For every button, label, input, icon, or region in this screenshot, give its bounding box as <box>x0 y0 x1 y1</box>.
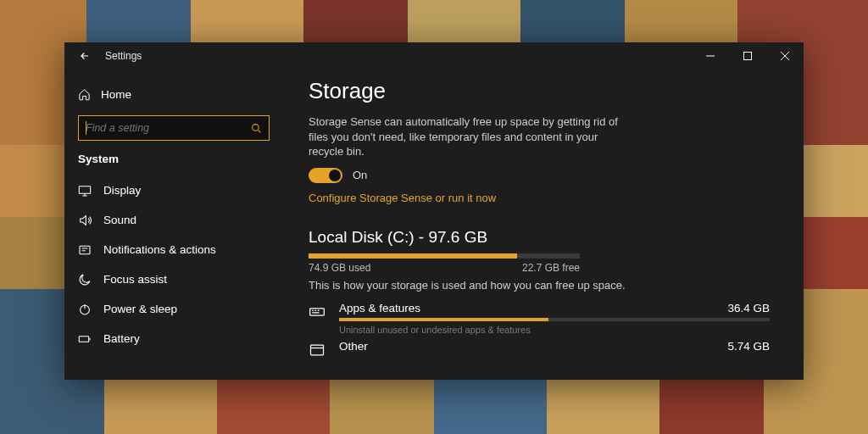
svg-rect-2 <box>79 186 90 193</box>
category-apps-features[interactable]: Apps & features 36.4 GB Uninstall unused… <box>309 302 770 335</box>
storage-sense-toggle[interactable] <box>309 168 342 183</box>
sidebar-item-power-sleep[interactable]: Power & sleep <box>78 294 270 324</box>
other-icon <box>309 340 327 359</box>
text-caret <box>86 121 86 135</box>
focus-assist-icon <box>78 273 92 287</box>
sidebar-item-label: Sound <box>103 214 136 226</box>
category-bar <box>339 318 770 321</box>
storage-sense-description: Storage Sense can automatically free up … <box>309 114 631 159</box>
svg-rect-5 <box>79 336 88 342</box>
desktop-wallpaper: Settings Home <box>0 0 868 434</box>
content-pane: Storage Storage Sense can automatically … <box>283 70 804 380</box>
search-input[interactable] <box>78 115 270 141</box>
sidebar-item-label: Display <box>103 184 141 197</box>
settings-window: Settings Home <box>64 42 804 380</box>
sidebar-item-focus-assist[interactable]: Focus assist <box>78 264 270 294</box>
sidebar-item-label: Notifications & actions <box>103 243 216 256</box>
sidebar-item-display[interactable]: Display <box>78 175 270 205</box>
sidebar: Home System Display Sound <box>64 70 283 380</box>
minimize-button[interactable] <box>692 42 729 70</box>
sidebar-item-label: Power & sleep <box>103 303 177 315</box>
usage-description: This is how your storage is used and how… <box>309 279 770 292</box>
notifications-icon <box>78 243 92 257</box>
svg-rect-6 <box>310 308 325 314</box>
sidebar-item-notifications[interactable]: Notifications & actions <box>78 235 270 264</box>
configure-storage-sense-link[interactable]: Configure Storage Sense or run it now <box>309 192 770 204</box>
category-name: Other <box>339 340 368 353</box>
sidebar-item-battery[interactable]: Battery <box>78 324 270 353</box>
category-size: 36.4 GB <box>727 302 770 314</box>
disk-used-label: 74.9 GB used <box>309 262 370 274</box>
search-icon <box>251 123 262 134</box>
home-icon <box>78 88 91 101</box>
disk-free-label: 22.7 GB free <box>522 262 580 274</box>
disk-usage-fill <box>309 253 517 259</box>
category-hint: Uninstall unused or undesired apps & fea… <box>339 325 770 335</box>
sidebar-item-sound[interactable]: Sound <box>78 205 270 235</box>
svg-rect-0 <box>744 53 752 60</box>
sidebar-section-label: System <box>78 153 270 165</box>
sidebar-item-label: Focus assist <box>103 273 167 286</box>
svg-rect-7 <box>311 345 324 355</box>
category-other[interactable]: Other 5.74 GB <box>309 340 770 359</box>
page-heading: Storage <box>309 78 770 104</box>
power-sleep-icon <box>78 303 92 316</box>
disk-heading: Local Disk (C:) - 97.6 GB <box>309 228 770 247</box>
category-name: Apps & features <box>339 302 420 314</box>
window-title: Settings <box>105 50 142 62</box>
category-size: 5.74 GB <box>727 340 770 353</box>
sidebar-item-label: Battery <box>103 332 140 345</box>
back-button[interactable] <box>70 42 100 70</box>
disk-usage-bar <box>309 253 580 259</box>
battery-icon <box>78 332 92 346</box>
home-nav[interactable]: Home <box>78 81 270 107</box>
svg-rect-3 <box>80 246 90 253</box>
maximize-button[interactable] <box>729 42 766 70</box>
apps-icon <box>309 302 327 320</box>
display-icon <box>78 184 92 198</box>
sound-icon <box>78 214 92 227</box>
close-button[interactable] <box>766 42 804 70</box>
titlebar: Settings <box>64 42 804 70</box>
search-field[interactable] <box>86 122 243 134</box>
svg-point-1 <box>253 124 259 131</box>
home-label: Home <box>101 88 131 101</box>
toggle-state-label: On <box>353 169 367 181</box>
